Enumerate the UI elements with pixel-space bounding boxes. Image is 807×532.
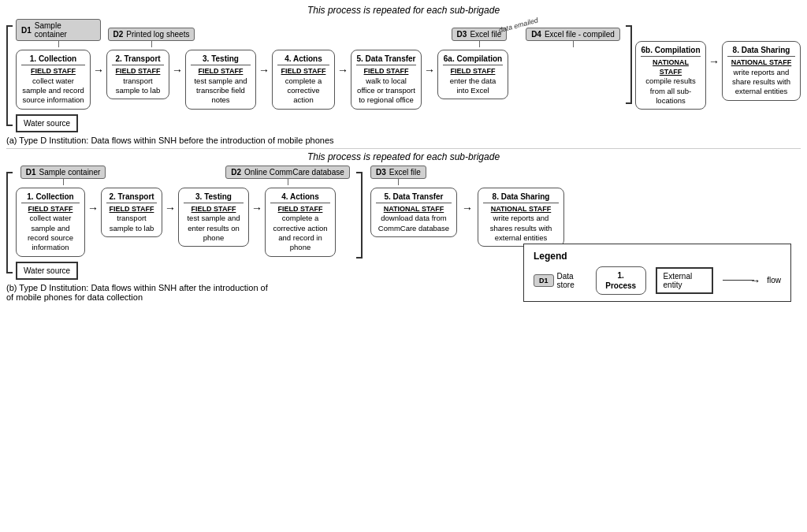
process-1-a: 1. Collection FIELD STAFF collect water …: [16, 50, 91, 110]
left-bracket-a: [6, 25, 13, 126]
process-1-b: 1. Collection FIELD STAFF collect water …: [16, 188, 85, 257]
legend-flow: → flow: [723, 276, 781, 285]
water-source-a: Water source: [16, 114, 624, 132]
ds-d4-a: data emailed D4 Excel file - compiled: [522, 28, 624, 47]
process-8-a: 8. Data Sharing NATIONAL STAFF write rep…: [722, 41, 801, 101]
process-4-a: 4. Actions FIELD STAFF complete a correc…: [272, 50, 335, 110]
legend-external: External entity: [656, 267, 714, 294]
repeated-label-b: This process is repeated for each sub-br…: [6, 151, 801, 162]
process-2-a: 2. Transport FIELD STAFF transport sampl…: [106, 50, 169, 99]
repeated-label-a: This process is repeated for each sub-br…: [6, 5, 801, 16]
diagram-a: This process is repeated for each sub-br…: [6, 5, 801, 145]
process-3-b: 3. Testing FIELD STAFF test sample and e…: [178, 188, 249, 247]
ds-d3-b: D3 Excel file: [370, 166, 801, 185]
legend-process: 1. Process: [596, 266, 646, 295]
ds-d2-a: D2 Printed log sheets: [104, 28, 199, 47]
process-3-a: 3. Testing FIELD STAFF test sample and t…: [185, 50, 256, 110]
process-4-b: 4. Actions FIELD STAFF complete a correc…: [265, 188, 336, 257]
process-6b-a: 6b. Compilation NATIONAL STAFF compile r…: [635, 41, 706, 110]
process-2-b: 2. Transport FIELD STAFF transport sampl…: [101, 188, 162, 237]
right-bracket-inner-a: [626, 25, 632, 104]
right-bracket-b: [356, 172, 363, 259]
process-5-b: 5. Data Transfer NATIONAL STAFF download…: [370, 188, 457, 237]
ds-d2-b: D2 Online CommCare database: [221, 166, 355, 185]
process-5-a: 5. Data Transfer FIELD STAFF walk to loc…: [351, 50, 422, 110]
caption-a: (a) Type D Institution: Data flows withi…: [6, 136, 801, 145]
process-6a-a: 6a. Compilation FIELD STAFF enter the da…: [437, 50, 508, 99]
water-source-b: Water source: [16, 262, 355, 280]
ds-d1-a: D1 Sample container: [16, 19, 101, 47]
legend: Legend D1 Data store 1. Process External…: [523, 244, 791, 302]
left-bracket-b: [6, 172, 13, 273]
process-8-b: 8. Data Sharing NATIONAL STAFF write rep…: [478, 188, 564, 247]
ds-d1-b: D1 Sample container: [16, 166, 110, 185]
